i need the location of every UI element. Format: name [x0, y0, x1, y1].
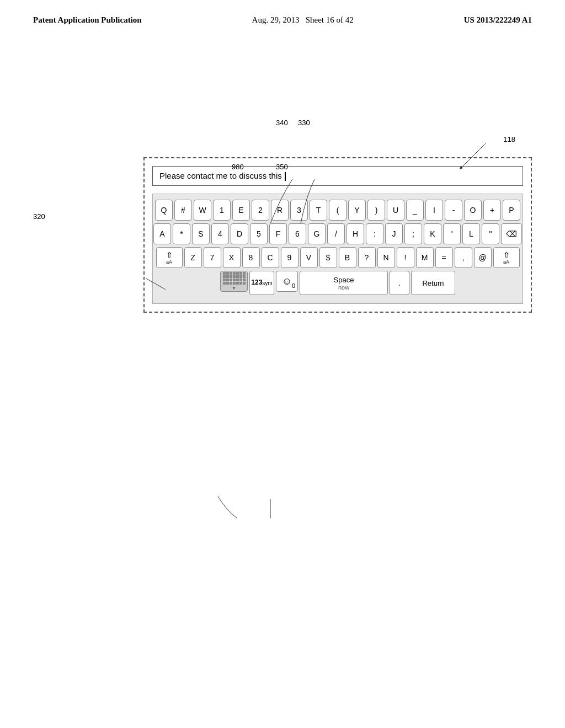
key-5[interactable]: 5 [250, 223, 268, 244]
key-123sym[interactable]: 123 sym [249, 271, 274, 295]
patent-number: US 2013/222249 A1 [464, 15, 532, 25]
key-3[interactable]: 3 [290, 200, 308, 221]
key-shift-right[interactable]: ⇧ aA [493, 247, 520, 268]
label-320: 320 [33, 212, 45, 221]
key-period[interactable]: . [390, 271, 409, 295]
key-quote[interactable]: " [482, 223, 499, 244]
key-question[interactable]: ? [358, 247, 376, 268]
keyboard-row-4: ▼ 123 sym ☺ 0 Space now . [157, 271, 518, 295]
key-S[interactable]: S [192, 223, 210, 244]
key-D[interactable]: D [231, 223, 248, 244]
label-980: 980 [232, 163, 244, 171]
key-C[interactable]: C [262, 247, 279, 268]
key-language[interactable]: ▼ [220, 271, 248, 292]
key-X[interactable]: X [223, 247, 241, 268]
key-U[interactable]: U [387, 200, 404, 221]
key-plus[interactable]: + [483, 200, 501, 221]
key-L[interactable]: L [462, 223, 480, 244]
key-hash[interactable]: # [174, 200, 192, 221]
key-shift-left[interactable]: ⇧ aA [156, 247, 183, 268]
sheet-info: Sheet 16 of 42 [306, 15, 354, 24]
key-K[interactable]: K [424, 223, 441, 244]
key-minus[interactable]: - [445, 200, 462, 221]
key-emoji[interactable]: ☺ 0 [276, 271, 298, 292]
publication-info: Aug. 29, 2013 Sheet 16 of 42 [252, 15, 354, 25]
key-H[interactable]: H [347, 223, 364, 244]
key-G[interactable]: G [308, 223, 326, 244]
key-7[interactable]: 7 [204, 247, 221, 268]
key-F[interactable]: F [269, 223, 287, 244]
key-V[interactable]: V [300, 247, 318, 268]
label-350: 350 [276, 163, 288, 171]
key-J[interactable]: J [385, 223, 403, 244]
key-equals[interactable]: = [435, 247, 453, 268]
key-B[interactable]: B [339, 247, 356, 268]
keyboard-row-3: ⇧ aA Z 7 X 8 C 9 V $ B ? N ! M = [157, 247, 518, 268]
key-W[interactable]: W [194, 200, 211, 221]
key-T[interactable]: T [310, 200, 327, 221]
key-O[interactable]: O [464, 200, 482, 221]
key-M[interactable]: M [416, 247, 434, 268]
key-6[interactable]: 6 [289, 223, 306, 244]
key-1[interactable]: 1 [213, 200, 231, 221]
key-semicolon[interactable]: ; [404, 223, 422, 244]
key-apostrophe[interactable]: ' [443, 223, 461, 244]
key-dollar[interactable]: $ [319, 247, 337, 268]
keyboard-row-1: Q # W 1 E 2 R 3 T ( Y ) U _ I - O [157, 200, 518, 221]
key-underscore[interactable]: _ [406, 200, 424, 221]
key-exclaim[interactable]: ! [397, 247, 414, 268]
key-A[interactable]: A [153, 223, 171, 244]
key-4[interactable]: 4 [211, 223, 229, 244]
key-N[interactable]: N [377, 247, 395, 268]
key-P[interactable]: P [503, 200, 520, 221]
key-paren-close[interactable]: ) [367, 200, 385, 221]
key-asterisk[interactable]: * [173, 223, 190, 244]
key-colon[interactable]: : [366, 223, 383, 244]
key-8[interactable]: 8 [242, 247, 260, 268]
main-content: 118 340 330 Please contact me to discuss… [0, 25, 565, 709]
key-I[interactable]: I [425, 200, 443, 221]
key-E[interactable]: E [232, 200, 250, 221]
label-330: 330 [298, 119, 310, 127]
key-Z[interactable]: Z [184, 247, 202, 268]
key-Q[interactable]: Q [155, 200, 173, 221]
keyboard-row-2: A * S 4 D 5 F 6 G / H : J ; K ' L [157, 223, 518, 244]
key-paren-open[interactable]: ( [329, 200, 347, 221]
key-Y[interactable]: Y [348, 200, 366, 221]
label-340: 340 [276, 119, 288, 127]
publication-date: Aug. 29, 2013 [252, 15, 300, 24]
key-R[interactable]: R [271, 200, 289, 221]
key-at[interactable]: @ [474, 247, 492, 268]
diagram-area: 340 330 Please contact me to discuss thi… [110, 113, 532, 211]
key-9[interactable]: 9 [281, 247, 299, 268]
key-return[interactable]: Return [411, 271, 455, 295]
publication-label: Patent Application Publication [33, 15, 142, 25]
key-backspace[interactable]: ⌫ [501, 223, 522, 244]
page-header: Patent Application Publication Aug. 29, … [0, 0, 565, 25]
key-slash[interactable]: / [327, 223, 345, 244]
key-space[interactable]: Space now [300, 271, 388, 295]
key-comma[interactable]: , [455, 247, 472, 268]
keyboard: Q # W 1 E 2 R 3 T ( Y ) U _ I - O [152, 194, 523, 304]
key-2[interactable]: 2 [252, 200, 269, 221]
